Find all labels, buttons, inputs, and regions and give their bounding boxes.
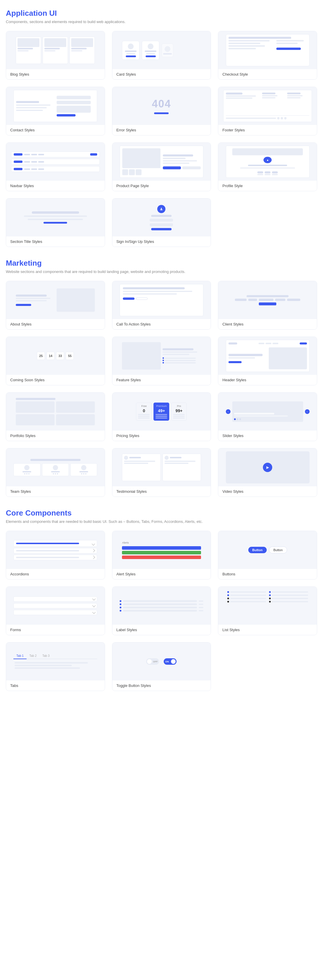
card-label-slider-styles: Slider Styles	[218, 431, 317, 441]
card-sign-in-styles[interactable]: Sign In/Sign Up Styles	[112, 198, 211, 247]
card-preview-contact-styles	[6, 87, 105, 125]
section-title-marketing: Marketing	[6, 259, 317, 268]
card-label-video-styles: Video Styles	[218, 486, 317, 496]
card-forms[interactable]: Forms	[6, 587, 105, 635]
card-label-coming-soon-styles: Coming Soon Styles	[6, 375, 105, 385]
card-label-error-styles: Error Styles	[112, 125, 211, 135]
card-video-styles[interactable]: ▶ Video Styles	[218, 448, 317, 497]
section-title-core-components: Core Components	[6, 509, 317, 518]
card-footer-styles[interactable]: Footer Styles	[218, 87, 317, 135]
card-header-styles[interactable]: Header Styles	[218, 337, 317, 385]
card-portfolio-styles[interactable]: Portfolio Styles	[6, 392, 105, 441]
section-desc-application-ui: Components, sections and elements requir…	[6, 19, 317, 24]
card-preview-section-title-styles	[6, 199, 105, 237]
card-label-navbar-styles: Navbar Styles	[6, 181, 105, 191]
card-preview-forms	[6, 587, 105, 625]
card-profile-style[interactable]: ● Profile Style	[218, 142, 317, 191]
card-preview-navbar-styles	[6, 143, 105, 181]
card-preview-list-styles	[218, 587, 317, 625]
card-preview-tabs: Tab 1 Tab 2 Tab 3	[6, 643, 105, 681]
card-preview-about-styles	[6, 281, 105, 319]
card-label-forms: Forms	[6, 625, 105, 635]
card-alert-styles[interactable]: Alerts Alert Styles	[112, 531, 211, 579]
card-testimonial-styles[interactable]: Testimonial Styles	[112, 448, 211, 497]
card-section-title-styles[interactable]: Section Title Styles	[6, 198, 105, 247]
card-label-tabs: Tabs	[6, 681, 105, 691]
card-preview-profile-style: ●	[218, 143, 317, 181]
card-label-header-styles: Header Styles	[218, 375, 317, 385]
card-label-accordions: Accordions	[6, 569, 105, 579]
card-label-card-styles: Card Styles	[112, 69, 211, 80]
card-label-contact-styles: Contact Styles	[6, 125, 105, 135]
card-navbar-styles[interactable]: Navbar Styles	[6, 142, 105, 191]
card-preview-product-page-style	[112, 143, 211, 181]
card-preview-label-styles	[112, 587, 211, 625]
section-grid-marketing: About Styles Call To Action Styles	[6, 281, 317, 497]
card-preview-coming-soon-styles: 25143355	[6, 337, 105, 375]
card-label-profile-style: Profile Style	[218, 181, 317, 191]
card-label-label-styles: Label Styles	[112, 625, 211, 635]
card-blog-styles[interactable]: Blog Styles	[6, 31, 105, 80]
card-preview-client-styles	[218, 281, 317, 319]
card-preview-header-styles	[218, 337, 317, 375]
card-preview-cta-styles	[112, 281, 211, 319]
svg-point-0	[161, 208, 162, 209]
card-buttons[interactable]: ButtonButton Buttons	[218, 531, 317, 579]
card-toggle-button-styles[interactable]: OFF ON Toggle Button Styles	[112, 642, 211, 691]
card-error-styles[interactable]: 404 Error Styles	[112, 87, 211, 135]
section-title-application-ui: Application UI	[6, 9, 317, 18]
card-label-testimonial-styles: Testimonial Styles	[112, 486, 211, 496]
card-preview-pricing-styles: Free0 Premium49+ Pro99+	[112, 393, 211, 431]
card-card-styles[interactable]: Card Styles	[112, 31, 211, 80]
card-label-styles[interactable]: Label Styles	[112, 587, 211, 635]
card-label-checkout-style: Checkout Style	[218, 69, 317, 80]
card-team-styles[interactable]: Team Styles	[6, 448, 105, 497]
card-label-blog-styles: Blog Styles	[6, 69, 105, 80]
card-preview-footer-styles	[218, 87, 317, 125]
card-list-styles[interactable]: List Styles	[218, 587, 317, 635]
card-label-about-styles: About Styles	[6, 319, 105, 329]
card-contact-styles[interactable]: Contact Styles	[6, 87, 105, 135]
card-preview-buttons: ButtonButton	[218, 531, 317, 569]
section-application-ui: Application UI Components, sections and …	[6, 9, 317, 247]
card-label-toggle-button-styles: Toggle Button Styles	[112, 681, 211, 691]
card-cta-styles[interactable]: Call To Action Styles	[112, 281, 211, 329]
card-preview-checkout-style	[218, 31, 317, 69]
card-label-alert-styles: Alert Styles	[112, 569, 211, 579]
card-label-team-styles: Team Styles	[6, 486, 105, 496]
card-label-cta-styles: Call To Action Styles	[112, 319, 211, 329]
section-core-components: Core Components Elements and components …	[6, 509, 317, 691]
card-label-client-styles: Client Styles	[218, 319, 317, 329]
card-label-product-page-style: Product Page Style	[112, 181, 211, 191]
card-client-styles[interactable]: Client Styles	[218, 281, 317, 329]
card-preview-error-styles: 404	[112, 87, 211, 125]
card-preview-slider-styles: ‹ ›	[218, 393, 317, 431]
card-preview-toggle-button-styles: OFF ON	[112, 643, 211, 681]
card-slider-styles[interactable]: ‹ › Slider Styles	[218, 392, 317, 441]
section-grid-core-components: Accordions Alerts Alert Styles ButtonBut…	[6, 531, 317, 691]
card-preview-sign-in-styles	[112, 199, 211, 237]
card-accordions[interactable]: Accordions	[6, 531, 105, 579]
card-label-section-title-styles: Section Title Styles	[6, 237, 105, 247]
card-preview-accordions	[6, 531, 105, 569]
card-label-footer-styles: Footer Styles	[218, 125, 317, 135]
card-preview-video-styles: ▶	[218, 449, 317, 486]
card-product-page-style[interactable]: Product Page Style	[112, 142, 211, 191]
card-preview-team-styles	[6, 449, 105, 486]
card-preview-blog-styles	[6, 31, 105, 69]
card-preview-alert-styles: Alerts	[112, 531, 211, 569]
section-desc-marketing: Website sections and components that are…	[6, 269, 317, 274]
card-label-portfolio-styles: Portfolio Styles	[6, 431, 105, 441]
card-tabs[interactable]: Tab 1 Tab 2 Tab 3 Tabs	[6, 642, 105, 691]
card-preview-testimonial-styles	[112, 449, 211, 486]
card-about-styles[interactable]: About Styles	[6, 281, 105, 329]
card-pricing-styles[interactable]: Free0 Premium49+ Pro99+ Pricing Styles	[112, 392, 211, 441]
card-label-feature-styles: Feature Styles	[112, 375, 211, 385]
card-checkout-style[interactable]: Checkout Style	[218, 31, 317, 80]
card-coming-soon-styles[interactable]: 25143355 Coming Soon Styles	[6, 337, 105, 385]
card-preview-feature-styles	[112, 337, 211, 375]
card-label-list-styles: List Styles	[218, 625, 317, 635]
card-feature-styles[interactable]: Feature Styles	[112, 337, 211, 385]
card-preview-portfolio-styles	[6, 393, 105, 431]
card-label-pricing-styles: Pricing Styles	[112, 431, 211, 441]
